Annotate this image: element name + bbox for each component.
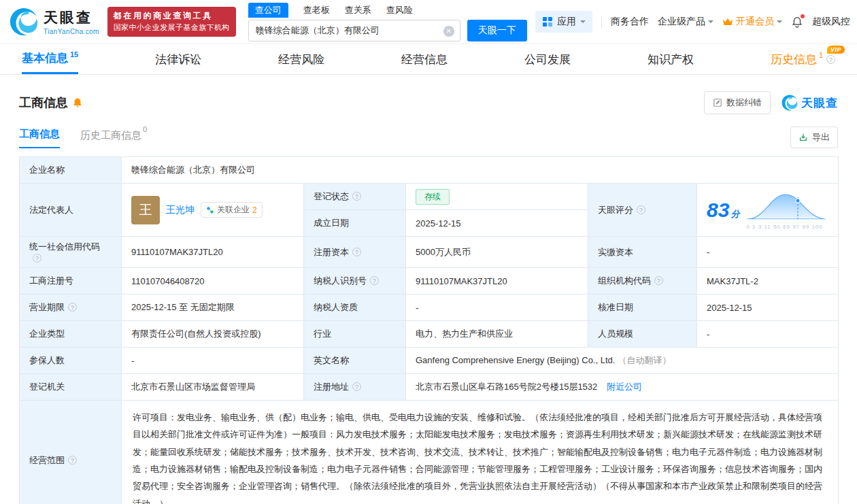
header-nav: 应用 商务合作 企业级产品 开通会员: [535, 11, 850, 33]
search-tab-boss[interactable]: 查老板: [303, 4, 330, 16]
score-value[interactable]: 83分: [707, 200, 739, 220]
tab-label: 公司发展: [524, 52, 571, 67]
search-tab-company[interactable]: 查公司: [248, 3, 288, 18]
apps-menu[interactable]: 应用: [535, 11, 592, 33]
field-value-establish-date: 2025-12-15: [406, 210, 588, 237]
clear-search-icon[interactable]: ✕: [443, 26, 454, 37]
sub-tabs: 工商信息 历史工商信息0 导出: [19, 127, 838, 148]
field-value-reg-capital: 5000万人民币: [406, 237, 588, 268]
help-icon[interactable]: [352, 192, 361, 201]
tab-label: 历史信息: [771, 52, 817, 67]
related-label: 关联企业: [217, 204, 250, 216]
search-input[interactable]: [249, 20, 460, 41]
table-row: 工商注册号 110107046408720 纳税人识别号 91110107MAK…: [20, 268, 839, 295]
help-icon[interactable]: [352, 382, 361, 391]
field-label-company-type: 企业类型: [20, 321, 122, 348]
nav-super-risk[interactable]: 超级风控: [812, 16, 850, 28]
logo-swoosh-icon: [10, 7, 38, 36]
table-row: 企业类型 有限责任公司(自然人投资或控股) 行业 电力、热力生产和供应业 人员规…: [20, 321, 839, 348]
related-companies-badge[interactable]: 关联企业 2: [201, 202, 263, 218]
tianyancha-logo[interactable]: 天眼查 TianYanCha.com: [10, 7, 99, 36]
search-tab-risk[interactable]: 查风险: [386, 4, 413, 16]
auto-translate-note: （自动翻译）: [618, 355, 671, 365]
tab-legal-proceedings[interactable]: 法律诉讼: [155, 44, 201, 74]
field-value-company-name: 赣锋综合能源（北京）有限公司: [122, 157, 839, 184]
nearby-companies-link[interactable]: 附近公司: [607, 382, 642, 392]
field-value-credit-code: 91110107MAK37JTL20: [122, 237, 304, 268]
crown-icon: [722, 17, 733, 27]
help-icon[interactable]: [654, 276, 663, 285]
help-icon[interactable]: [33, 254, 41, 263]
field-value-reg-authority: 北京市石景山区市场监督管理局: [122, 374, 304, 401]
data-correction-button[interactable]: 数据纠错: [704, 91, 771, 114]
field-label-staff-size: 人员规模: [588, 321, 697, 348]
help-icon[interactable]: [370, 276, 379, 285]
help-icon[interactable]: [68, 303, 77, 312]
field-label-english-name: 英文名称: [304, 348, 406, 374]
field-label-reg-capital: 注册资本: [304, 237, 406, 268]
field-value-insured: -: [122, 348, 304, 374]
legal-rep-avatar[interactable]: 王: [131, 196, 160, 224]
tab-intellectual-property[interactable]: 知识产权: [648, 44, 694, 74]
field-label-org-code: 组织机构代码: [588, 268, 697, 295]
search-button[interactable]: 天眼一下: [467, 20, 527, 41]
field-label-business-scope: 经营范围: [20, 401, 122, 504]
search-box: ✕: [248, 20, 460, 41]
tab-company-development[interactable]: 公司发展: [524, 44, 571, 74]
related-companies-icon: [206, 206, 214, 214]
tab-label: 法律诉讼: [155, 52, 201, 67]
notifications-bell[interactable]: [791, 16, 803, 28]
field-label-approval-date: 核准日期: [588, 295, 697, 321]
apps-label: 应用: [557, 16, 576, 28]
logo-swoosh-icon: [782, 95, 798, 111]
help-icon[interactable]: [352, 248, 361, 256]
subtab-history-business-info[interactable]: 历史工商信息0: [80, 128, 147, 148]
search-tab-relation[interactable]: 查关系: [345, 4, 371, 16]
nav-enterprise-products[interactable]: 企业级产品: [658, 16, 713, 28]
subscribe-bell-icon[interactable]: [72, 97, 83, 108]
export-button[interactable]: 导出: [790, 127, 838, 148]
nav-business-cooperation[interactable]: 商务合作: [611, 16, 649, 28]
field-value-org-code: MAK37JTL-2: [697, 268, 839, 295]
divider: [601, 16, 602, 28]
tab-label: 经营信息: [401, 52, 448, 67]
slogan-line2: 国家中小企业发展子基金旗下机构: [114, 22, 230, 33]
tab-count: 15: [70, 50, 78, 58]
field-value-staff-size: -: [697, 321, 839, 348]
help-icon[interactable]: [637, 205, 645, 214]
field-value-approval-date: 2025-12-15: [697, 295, 839, 321]
search-area: 查公司 查老板 查关系 查风险 ✕ 天眼一下: [248, 3, 527, 41]
tab-history-info[interactable]: 历史信息1 VIP: [771, 44, 835, 74]
field-label-reg-authority: 登记机关: [20, 374, 122, 401]
help-icon[interactable]: [68, 456, 77, 465]
search-row: ✕ 天眼一下: [248, 20, 527, 41]
legal-rep-link[interactable]: 王光坤: [166, 204, 195, 216]
business-info-table: 企业名称 赣锋综合能源（北京）有限公司 法定代表人 王 王光坤: [19, 156, 839, 504]
field-label-reg-number: 工商注册号: [20, 268, 122, 295]
field-value-legal-rep: 王 王光坤 关联企业 2: [122, 184, 304, 237]
field-value-reg-status: 存续: [406, 184, 588, 210]
field-label-taxpayer-id: 纳税人识别号: [304, 268, 406, 295]
field-value-paid-capital: -: [697, 237, 839, 268]
tab-business-risk[interactable]: 经营风险: [278, 44, 324, 74]
field-value-reg-number: 110107046408720: [122, 268, 304, 295]
tab-basic-info[interactable]: 基本信息15: [22, 44, 78, 74]
tianyancha-watermark: 天眼查: [782, 95, 838, 111]
subtab-label: 历史工商信息: [80, 129, 141, 141]
nav-open-vip[interactable]: 开通会员: [722, 16, 782, 28]
field-label-taxpayer-qual: 纳税人资质: [304, 295, 406, 321]
tab-business-info[interactable]: 经营信息: [401, 44, 448, 74]
field-label-company-name: 企业名称: [20, 157, 122, 184]
tab-count: 1: [819, 51, 823, 59]
field-value-taxpayer-qual: -: [406, 295, 588, 321]
tab-label: 基本信息: [22, 50, 68, 66]
chevron-down-icon: [708, 20, 713, 26]
subtab-business-info[interactable]: 工商信息: [19, 128, 60, 148]
field-value-english-name: Ganfeng Comprehensive Energy (Beijing) C…: [406, 348, 839, 374]
help-icon[interactable]: [826, 55, 835, 64]
field-label-reg-status: 登记状态: [304, 184, 406, 210]
logo-text-en: TianYanCha.com: [44, 28, 99, 35]
field-value-business-term: 2025-12-15 至 无固定期限: [122, 295, 304, 321]
field-label-industry: 行业: [304, 321, 406, 348]
tab-label: 知识产权: [648, 52, 694, 67]
